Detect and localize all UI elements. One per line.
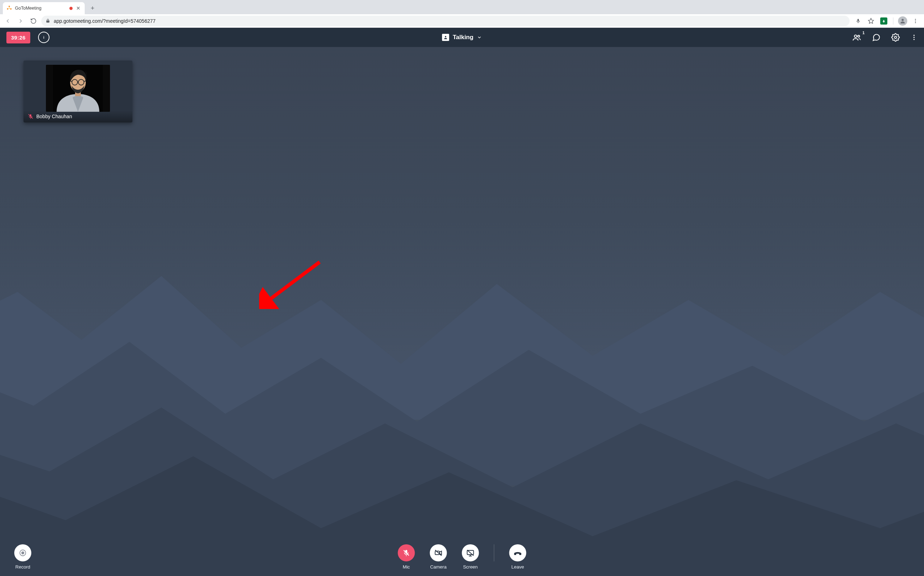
participant-video [46,65,110,112]
browser-toolbar: app.gotomeeting.com/?meetingId=574056277 [0,14,924,28]
background-art [0,165,924,576]
svg-point-14 [894,36,897,38]
participant-tile[interactable]: Bobby Chauhan [24,61,133,122]
svg-point-8 [915,22,916,23]
svg-point-3 [9,8,10,9]
leave-label: Leave [512,564,524,570]
mic-label: Mic [403,564,410,570]
svg-point-13 [858,35,860,37]
browser-tab[interactable]: GoToMeeting ✕ [3,2,85,14]
new-tab-button[interactable]: + [88,3,98,13]
back-button[interactable] [3,16,13,26]
extension-icon[interactable] [878,15,889,27]
more-options-button[interactable] [910,34,918,41]
view-mode-dropdown[interactable]: Talking [442,34,482,41]
speaker-view-icon [442,34,449,41]
participants-button[interactable]: 1 [852,33,862,42]
participant-tile-footer: Bobby Chauhan [24,110,133,122]
svg-marker-4 [868,18,874,23]
record-label: Record [15,564,30,570]
controls-divider [494,544,494,562]
svg-point-31 [21,551,24,554]
annotation-arrow [259,259,323,309]
participant-portrait [53,65,103,112]
url-text: app.gotomeeting.com/?meetingId=574056277 [54,18,155,24]
svg-point-0 [8,6,10,7]
browser-menu-button[interactable] [910,15,921,27]
recording-indicator-icon [69,7,73,10]
svg-point-1 [7,8,8,10]
svg-point-15 [913,35,914,36]
reload-button[interactable] [29,16,38,26]
app-top-bar: 39:26 Talking 1 [0,28,924,47]
muted-mic-icon [28,114,34,119]
chevron-down-icon [477,35,482,40]
meeting-info-button[interactable] [38,32,50,43]
settings-button[interactable] [891,33,900,42]
profile-button[interactable] [897,15,908,27]
svg-point-5 [902,19,904,21]
browser-tab-strip: GoToMeeting ✕ + [0,0,924,14]
bookmark-star-icon[interactable] [865,15,877,27]
address-bar[interactable]: app.gotomeeting.com/?meetingId=574056277 [41,16,850,26]
meeting-controls: Record Mic Camera Screen [0,538,924,576]
meeting-app: 39:26 Talking 1 [0,28,924,576]
svg-point-17 [913,39,914,40]
lock-icon [46,19,50,23]
svg-rect-32 [406,555,407,556]
participants-count-badge: 1 [862,30,865,35]
svg-point-7 [915,20,916,21]
tab-title: GoToMeeting [15,6,67,11]
close-tab-button[interactable]: ✕ [75,5,81,11]
screen-label: Screen [463,564,478,570]
participant-name: Bobby Chauhan [36,114,72,119]
svg-rect-10 [43,37,44,39]
svg-point-2 [10,8,12,10]
svg-point-12 [854,35,857,37]
meeting-timer: 39:26 [6,32,30,43]
screen-share-button[interactable] [462,544,479,562]
gotomeeting-favicon-icon [6,5,12,11]
divider [893,18,894,24]
voice-search-icon[interactable] [852,15,864,27]
svg-point-11 [445,36,446,37]
svg-line-29 [265,262,320,302]
svg-rect-26 [30,118,30,119]
leave-button[interactable] [509,544,526,562]
forward-button[interactable] [16,16,26,26]
view-mode-label: Talking [453,34,473,41]
mic-button[interactable] [398,544,415,562]
record-button[interactable] [14,544,31,562]
camera-label: Camera [430,564,446,570]
camera-button[interactable] [430,544,447,562]
chat-button[interactable] [872,33,881,42]
svg-point-16 [913,37,914,38]
svg-point-9 [43,36,44,37]
svg-point-6 [915,19,916,20]
